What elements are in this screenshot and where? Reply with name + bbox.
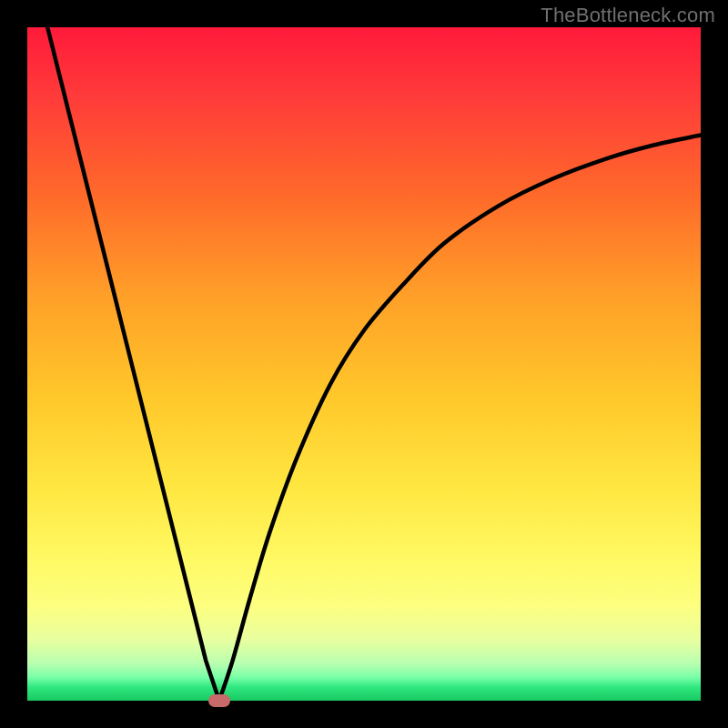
optimum-marker — [208, 694, 230, 707]
bottleneck-curve — [27, 27, 701, 701]
watermark-text: TheBottleneck.com — [541, 4, 715, 27]
curve-right-branch — [219, 135, 701, 701]
outer-frame: TheBottleneck.com — [0, 0, 728, 728]
plot-area — [27, 27, 701, 701]
curve-left-branch — [47, 27, 219, 701]
